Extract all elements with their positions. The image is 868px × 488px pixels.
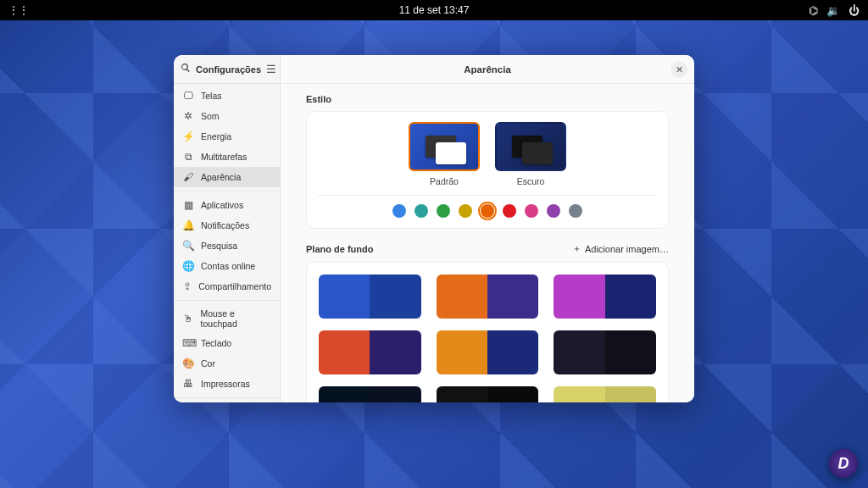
sidebar-item-apps[interactable]: ▦Aplicativos [174, 195, 280, 215]
multitask-icon: ⧉ [182, 151, 194, 163]
accent-swatch[interactable] [525, 204, 538, 218]
accent-swatch[interactable] [415, 204, 428, 218]
sidebar-title: Configurações [196, 64, 261, 75]
accent-swatch[interactable] [459, 204, 472, 218]
wallpaper-thumb[interactable] [554, 386, 656, 402]
appearance-icon: 🖌 [182, 171, 194, 183]
sidebar-item-label: Compartilhamento [198, 281, 271, 291]
sidebar-header: Configurações ☰ [174, 55, 280, 84]
sidebar-item-color[interactable]: 🎨Cor [174, 353, 280, 374]
online-icon: 🌐 [182, 260, 194, 272]
wallpaper-thumb[interactable] [554, 274, 656, 319]
style-section-label: Estilo [306, 94, 669, 104]
sidebar-item-mouse[interactable]: 🖱Mouse e touchpad [174, 304, 280, 333]
accent-swatch[interactable] [437, 204, 450, 218]
close-icon[interactable]: ✕ [670, 61, 687, 78]
style-option-label: Escuro [517, 176, 545, 186]
search-icon: 🔍 [182, 240, 194, 252]
sidebar-item-display[interactable]: 🖵Telas [174, 86, 280, 106]
sidebar-item-online[interactable]: 🌐Contas online [174, 256, 280, 276]
accent-swatch[interactable] [392, 204, 406, 218]
display-icon: 🖵 [182, 90, 194, 102]
power-icon[interactable]: ⏻ [849, 4, 860, 17]
wallpaper-thumb[interactable] [319, 386, 421, 402]
search-icon[interactable] [181, 63, 191, 75]
top-bar: ⋮⋮ 11 de set 13:47 ⌬ 🔉 ⏻ [0, 0, 868, 20]
style-option-label: Padrão [430, 176, 459, 186]
sidebar-item-multitask[interactable]: ⧉Multitarefas [174, 147, 280, 167]
wallpaper-thumb[interactable] [437, 386, 539, 402]
sidebar-item-label: Pesquisa [201, 241, 237, 251]
style-options-row: PadrãoEscuro [317, 122, 658, 186]
sidebar-item-label: Multitarefas [201, 152, 247, 162]
sidebar-item-keyboard[interactable]: ⌨Teclado [174, 333, 280, 353]
sidebar-item-power[interactable]: ⚡Energia [174, 126, 280, 147]
sidebar-item-a11y[interactable]: ✦Acessibilidade [174, 402, 280, 402]
background-header: Plano de fundo ＋ Adicionar imagem… [306, 242, 669, 255]
add-image-label: Adicionar imagem… [585, 244, 669, 254]
menu-icon[interactable]: ☰ [266, 63, 276, 75]
accent-color-row [317, 195, 658, 218]
sidebar-item-appearance[interactable]: 🖌Aparência [174, 167, 280, 187]
sidebar-item-label: Aplicativos [201, 200, 243, 210]
printer-icon: 🖶 [182, 378, 194, 390]
network-icon[interactable]: ⌬ [809, 4, 818, 17]
sidebar-item-label: Contas online [201, 261, 255, 271]
sidebar-list: 🖵Telas✲Som⚡Energia⧉Multitarefas🖌Aparênci… [174, 84, 280, 402]
style-option-dark[interactable]: Escuro [495, 122, 566, 186]
share-icon: ⇪ [182, 280, 192, 292]
wallpaper-thumb[interactable] [319, 330, 421, 374]
sidebar-item-label: Telas [201, 91, 222, 101]
sound-icon: ✲ [182, 110, 194, 122]
power-icon: ⚡ [182, 130, 194, 142]
sidebar-item-notifs[interactable]: 🔔Notificações [174, 215, 280, 236]
sidebar-item-label: Mouse e touchpad [201, 308, 271, 329]
activities-hotcorner[interactable]: ⋮⋮ [8, 4, 29, 16]
sidebar-item-label: Energia [201, 131, 231, 141]
style-card: PadrãoEscuro [306, 111, 669, 229]
main-body: Estilo PadrãoEscuro Plano de fundo ＋ Adi… [281, 84, 694, 402]
sidebar-separator [174, 397, 280, 398]
volume-icon[interactable]: 🔉 [826, 4, 840, 17]
keyboard-icon: ⌨ [182, 337, 194, 349]
settings-sidebar: Configurações ☰ 🖵Telas✲Som⚡Energia⧉Multi… [174, 55, 281, 402]
main-header: Aparência ✕ [281, 55, 694, 84]
wallpaper-grid [306, 262, 669, 402]
sidebar-separator [174, 300, 280, 301]
main-panel: Aparência ✕ Estilo PadrãoEscuro Plano de… [281, 55, 694, 402]
wallpaper-thumb[interactable] [319, 274, 421, 319]
accent-swatch[interactable] [481, 204, 494, 218]
apps-icon: ▦ [182, 199, 194, 211]
accent-swatch[interactable] [503, 204, 516, 218]
distro-logo-badge: D [829, 449, 858, 478]
sidebar-item-printer[interactable]: 🖶Impressoras [174, 374, 280, 394]
sidebar-item-label: Cor [201, 358, 215, 369]
sidebar-item-label: Teclado [201, 338, 231, 348]
sidebar-separator [174, 191, 280, 191]
settings-window: Configurações ☰ 🖵Telas✲Som⚡Energia⧉Multi… [174, 55, 694, 402]
background-section-label: Plano de fundo [306, 244, 373, 254]
wallpaper-thumb[interactable] [437, 274, 539, 319]
sidebar-item-share[interactable]: ⇪Compartilhamento [174, 276, 280, 297]
notifs-icon: 🔔 [182, 219, 194, 231]
plus-icon: ＋ [572, 242, 581, 255]
sidebar-item-label: Notificações [201, 220, 249, 230]
sidebar-item-label: Som [201, 111, 220, 121]
mouse-icon: 🖱 [182, 313, 194, 324]
style-option-light[interactable]: Padrão [409, 122, 480, 186]
color-icon: 🎨 [182, 358, 194, 369]
accent-swatch[interactable] [569, 204, 582, 218]
sidebar-item-sound[interactable]: ✲Som [174, 106, 280, 126]
clock[interactable]: 11 de set 13:47 [399, 4, 470, 16]
wallpaper-thumb[interactable] [437, 330, 539, 374]
accent-swatch[interactable] [547, 204, 560, 218]
sidebar-item-label: Aparência [201, 172, 241, 182]
wallpaper-thumb[interactable] [554, 330, 656, 374]
sidebar-item-label: Impressoras [201, 379, 250, 389]
page-title: Aparência [464, 64, 511, 75]
sidebar-item-search[interactable]: 🔍Pesquisa [174, 236, 280, 256]
add-image-button[interactable]: ＋ Adicionar imagem… [572, 242, 669, 255]
